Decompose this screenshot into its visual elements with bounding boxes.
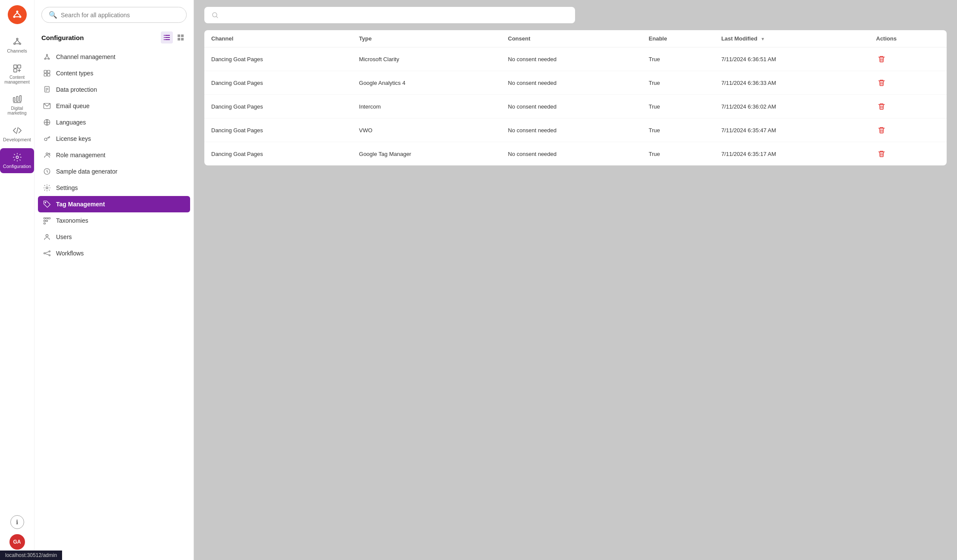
sidebar-item-languages[interactable]: Languages bbox=[38, 114, 190, 131]
sidebar-item-email-queue[interactable]: Email queue bbox=[38, 98, 190, 114]
sidebar-item-taxonomies-label: Taxonomies bbox=[56, 217, 88, 224]
svg-rect-30 bbox=[181, 34, 184, 37]
sidebar-item-channel-management[interactable]: Channel management bbox=[38, 49, 190, 65]
main-search-icon bbox=[211, 11, 219, 19]
sidebar-item-license-keys-label: License keys bbox=[56, 135, 91, 142]
svg-rect-64 bbox=[48, 218, 50, 219]
cell-channel: Dancing Goat Pages bbox=[204, 142, 352, 166]
main-search-input[interactable] bbox=[222, 12, 568, 19]
cell-last-modified: 7/11/2024 6:36:02 AM bbox=[714, 95, 869, 118]
sidebar-item-role-management-label: Role management bbox=[56, 152, 105, 159]
info-button[interactable]: ℹ bbox=[10, 515, 24, 529]
sidebar-item-license-keys[interactable]: License keys bbox=[38, 131, 190, 147]
sidebar-item-users[interactable]: Users bbox=[38, 229, 190, 245]
main-search-wrap[interactable] bbox=[204, 7, 575, 23]
sidebar-item-channel-management-label: Channel management bbox=[56, 53, 116, 60]
search-input[interactable] bbox=[61, 12, 179, 19]
svg-point-34 bbox=[44, 58, 46, 59]
sidebar-item-users-label: Users bbox=[56, 233, 72, 240]
svg-rect-13 bbox=[17, 65, 20, 68]
cell-consent: No consent needed bbox=[501, 142, 642, 166]
svg-rect-66 bbox=[46, 220, 48, 221]
svg-rect-12 bbox=[13, 65, 16, 68]
nav-item-content-label: Content management bbox=[2, 75, 32, 84]
sidebar-item-sample-data-generator[interactable]: Sample data generator bbox=[38, 163, 190, 180]
nav-item-development[interactable]: Development bbox=[0, 121, 34, 146]
svg-rect-14 bbox=[13, 69, 16, 72]
main-nav: Channels Content management Digital mark… bbox=[0, 33, 34, 515]
sidebar-item-workflows[interactable]: Workflows bbox=[38, 245, 190, 261]
svg-rect-42 bbox=[47, 74, 50, 76]
cell-enable: True bbox=[642, 47, 714, 71]
nav-item-channels-label: Channels bbox=[7, 48, 27, 53]
delete-button[interactable] bbox=[876, 148, 887, 159]
sidebar-item-content-types-label: Content types bbox=[56, 70, 93, 77]
col-header-actions: Actions bbox=[869, 30, 947, 47]
sidebar-item-taxonomies[interactable]: Taxonomies bbox=[38, 212, 190, 229]
cell-channel: Dancing Goat Pages bbox=[204, 47, 352, 71]
svg-rect-25 bbox=[164, 37, 165, 38]
cell-actions bbox=[869, 71, 947, 95]
main-content: Channel Type Consent Enable Last Modifie… bbox=[194, 0, 957, 560]
cell-last-modified: 7/11/2024 6:36:51 AM bbox=[714, 47, 869, 71]
svg-rect-24 bbox=[165, 35, 170, 36]
col-header-consent: Consent bbox=[501, 30, 642, 47]
cell-type: VWO bbox=[352, 118, 501, 142]
delete-button[interactable] bbox=[876, 77, 887, 88]
sidebar-item-data-protection[interactable]: Data protection bbox=[38, 81, 190, 98]
nav-item-digital-marketing[interactable]: Digital marketing bbox=[0, 90, 34, 120]
nav-item-configuration[interactable]: Configuration bbox=[0, 148, 34, 173]
cell-last-modified: 7/11/2024 6:36:33 AM bbox=[714, 71, 869, 95]
sidebar-item-tag-management[interactable]: Tag Management bbox=[38, 196, 190, 212]
svg-rect-18 bbox=[16, 96, 18, 102]
list-view-button[interactable] bbox=[161, 31, 173, 44]
delete-button[interactable] bbox=[876, 124, 887, 136]
col-header-type: Type bbox=[352, 30, 501, 47]
table-row: Dancing Goat Pages VWO No consent needed… bbox=[204, 118, 947, 142]
svg-rect-63 bbox=[46, 218, 48, 219]
grid-view-button[interactable] bbox=[175, 31, 187, 44]
sidebar-item-settings[interactable]: Settings bbox=[38, 180, 190, 196]
logo[interactable] bbox=[8, 5, 27, 24]
svg-line-73 bbox=[45, 254, 49, 255]
cell-consent: No consent needed bbox=[501, 118, 642, 142]
svg-line-53 bbox=[48, 138, 49, 139]
svg-rect-65 bbox=[44, 220, 46, 221]
svg-point-50 bbox=[44, 138, 47, 141]
sort-icon: ▼ bbox=[761, 37, 765, 41]
svg-line-3 bbox=[14, 13, 17, 16]
svg-point-6 bbox=[16, 38, 18, 40]
user-avatar[interactable]: GA bbox=[9, 534, 25, 550]
search-input-wrap[interactable]: 🔍 bbox=[41, 7, 187, 23]
svg-line-59 bbox=[47, 171, 48, 172]
sidebar-item-content-types[interactable]: Content types bbox=[38, 65, 190, 81]
col-header-last-modified[interactable]: Last Modified ▼ bbox=[714, 30, 869, 47]
delete-button[interactable] bbox=[876, 53, 887, 65]
search-icon: 🔍 bbox=[49, 11, 57, 19]
cell-channel: Dancing Goat Pages bbox=[204, 95, 352, 118]
sidebar-item-settings-label: Settings bbox=[56, 184, 78, 191]
sidebar-item-role-management[interactable]: Role management bbox=[38, 147, 190, 163]
col-header-enable: Enable bbox=[642, 30, 714, 47]
delete-button[interactable] bbox=[876, 101, 887, 112]
svg-point-54 bbox=[46, 153, 48, 155]
nav-item-channels[interactable]: Channels bbox=[0, 33, 34, 58]
sidebar-item-email-queue-label: Email queue bbox=[56, 103, 90, 109]
cell-actions bbox=[869, 142, 947, 166]
cell-last-modified: 7/11/2024 6:35:47 AM bbox=[714, 118, 869, 142]
table-row: Dancing Goat Pages Google Tag Manager No… bbox=[204, 142, 947, 166]
svg-rect-39 bbox=[44, 70, 47, 73]
cell-last-modified: 7/11/2024 6:35:17 AM bbox=[714, 142, 869, 166]
svg-line-75 bbox=[216, 16, 218, 18]
nav-item-content-management[interactable]: Content management bbox=[0, 59, 34, 89]
status-bar: localhost:30512/admin bbox=[0, 551, 62, 560]
svg-line-37 bbox=[47, 56, 49, 58]
svg-rect-62 bbox=[44, 218, 46, 219]
sidebar-item-sample-data-generator-label: Sample data generator bbox=[56, 168, 117, 175]
svg-rect-67 bbox=[44, 223, 46, 224]
svg-line-4 bbox=[17, 13, 20, 16]
status-url: localhost:30512/admin bbox=[5, 552, 57, 558]
sidebar-item-data-protection-label: Data protection bbox=[56, 86, 97, 93]
svg-point-8 bbox=[19, 43, 21, 45]
svg-rect-26 bbox=[165, 37, 170, 38]
